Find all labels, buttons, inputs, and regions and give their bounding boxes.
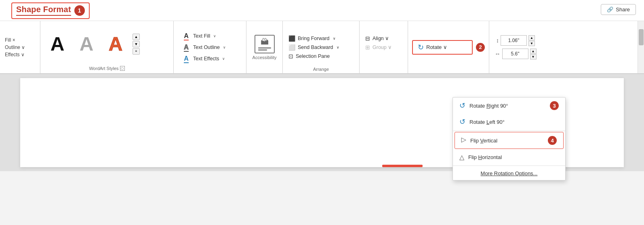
flip-vertical-item[interactable]: ◁ Flip Vertical 4	[455, 132, 564, 149]
align-icon: ⊟	[365, 35, 370, 42]
selection-pane-icon: ⊡	[288, 53, 293, 59]
height-row: ↕ ▲ ▼	[496, 35, 535, 46]
rotate-label: Rotate ∨	[426, 44, 447, 50]
text-outline-button[interactable]: A Text Outline ∨	[179, 42, 241, 53]
arrange-section: ⬛ Bring Forward ∨ ⬜ Send Backward ∨ ⊡ Se…	[283, 21, 360, 73]
text-styles-section: A Text Fill ∨ A Text Outline ∨ A Text Ef…	[174, 21, 246, 73]
effects-item[interactable]: Effects ∨	[5, 51, 37, 58]
selection-pane-button[interactable]: ⊡ Selection Pane	[286, 52, 356, 61]
wordart-styles-label: WordArt Styles	[89, 66, 118, 71]
ribbon-scrollbar[interactable]	[638, 21, 644, 73]
bring-forward-chevron: ∨	[333, 36, 336, 40]
rotate-left-icon: ↺	[459, 117, 465, 126]
rotate-icon: ↻	[418, 43, 424, 52]
text-effects-label: Text Effects	[193, 56, 219, 62]
alt-text-button[interactable]: 🏔	[255, 35, 275, 53]
height-down-arrow[interactable]: ▼	[528, 41, 535, 46]
rotate-left-label: Rotate Left 90°	[469, 119, 505, 125]
scroll-down-button[interactable]: ▼	[133, 41, 140, 47]
rotate-left-item[interactable]: ↺ Rotate Left 90°	[453, 114, 565, 130]
badge-3: 3	[550, 101, 559, 110]
wordart-letter-gray[interactable]: A	[73, 34, 100, 54]
fill-item[interactable]: Fill ×	[5, 36, 37, 44]
badge-1: 1	[74, 5, 85, 16]
width-arrows: ▲ ▼	[530, 49, 537, 59]
arrange-label: Arrange	[313, 67, 329, 72]
send-backward-button[interactable]: ⬜ Send Backward ∨	[286, 43, 356, 52]
rotate-dropdown-menu: ↻ Rotate Right 90° 3 ↺ Rotate Left 90° ◁…	[452, 97, 566, 180]
wordart-expand-icon[interactable]: ⬡	[120, 66, 125, 71]
width-down-arrow[interactable]: ▼	[530, 54, 537, 59]
flip-vertical-label: Flip Vertical	[470, 138, 497, 144]
rotate-right-label: Rotate Right 90°	[469, 103, 508, 109]
send-backward-icon: ⬜	[288, 44, 295, 51]
accessibility-label: Accessibility	[253, 55, 277, 60]
text-effects-button[interactable]: A Text Effects ∨	[179, 53, 241, 64]
width-input[interactable]	[502, 49, 528, 59]
wordart-letter-styled[interactable]: A	[102, 34, 129, 54]
text-effects-chevron: ∨	[222, 57, 225, 61]
scroll-expand-button[interactable]: ≡	[133, 48, 140, 55]
wordart-letter-black[interactable]: A	[44, 34, 71, 54]
height-arrows: ▲ ▼	[528, 35, 535, 46]
height-input[interactable]	[501, 35, 527, 46]
text-fill-label: Text Fill	[193, 33, 210, 39]
bring-forward-label: Bring Forward	[298, 36, 330, 41]
width-up-arrow[interactable]: ▲	[530, 49, 537, 54]
share-icon: 🔗	[607, 6, 613, 13]
flip-horizontal-icon: △	[459, 153, 464, 161]
selection-pane-label: Selection Pane	[296, 53, 330, 59]
bring-forward-button[interactable]: ⬛ Bring Forward ∨	[286, 34, 356, 43]
badge-4: 4	[548, 136, 557, 145]
wordart-styles-section: A A A ▲ ▼ ≡ WordArt Styles ⬡	[40, 21, 174, 73]
text-outline-icon: A	[182, 44, 191, 51]
height-icon: ↕	[496, 37, 499, 44]
text-outline-chevron: ∨	[223, 45, 226, 49]
share-label: Share	[616, 6, 630, 13]
scroll-up-button[interactable]: ▲	[133, 34, 140, 40]
outline-label: Outline ∨	[5, 45, 25, 50]
ribbon-container: Shape Format 1 🔗 Share Fill × Outline ∨ …	[0, 0, 644, 74]
flip-horizontal-label: Flip Horizontal	[468, 154, 502, 160]
more-rotation-label: More Rotation Options...	[481, 170, 538, 176]
group-button[interactable]: ⊞ Group ∨	[363, 43, 404, 52]
bring-forward-icon: ⬛	[288, 35, 295, 42]
size-section: ↕ ▲ ▼ ↔ ▲ ▼	[489, 21, 542, 73]
accessibility-section: 🏔 Accessibility	[246, 21, 283, 73]
align-button[interactable]: ⊟ Align ∨	[363, 34, 404, 43]
flip-vertical-icon: ◁	[461, 137, 466, 144]
effects-label: Effects ∨	[5, 52, 25, 57]
rotate-section: ↻ Rotate ∨ 2	[408, 21, 489, 73]
rotate-button[interactable]: ↻ Rotate ∨	[412, 40, 473, 55]
wordart-scroll-buttons: ▲ ▼ ≡	[133, 34, 140, 55]
text-outline-label: Text Outline	[193, 45, 220, 50]
share-button[interactable]: 🔗 Share	[601, 4, 636, 15]
send-backward-label: Send Backward	[298, 45, 333, 50]
align-group-section: ⊟ Align ∨ ⊞ Group ∨	[360, 21, 408, 73]
shape-format-box: Shape Format 1	[11, 2, 90, 19]
group-icon: ⊞	[365, 44, 370, 51]
outline-item[interactable]: Outline ∨	[5, 44, 37, 51]
text-fill-icon: A	[182, 32, 191, 40]
text-fill-chevron: ∨	[213, 34, 216, 38]
rotate-right-item[interactable]: ↻ Rotate Right 90° 3	[453, 98, 565, 114]
scroll-thumb	[639, 29, 644, 45]
flip-horizontal-item[interactable]: △ Flip Horizontal	[453, 150, 565, 165]
badge-2: 2	[476, 43, 485, 52]
send-backward-chevron: ∨	[337, 45, 339, 49]
group-label: Group ∨	[373, 44, 392, 50]
width-row: ↔ ▲ ▼	[495, 49, 537, 59]
dropdown-divider-2	[453, 166, 565, 166]
dropdown-divider-1	[453, 131, 565, 131]
fill-label: Fill ×	[5, 37, 15, 43]
shape-style-section: Fill × Outline ∨ Effects ∨	[0, 21, 40, 73]
width-icon: ↔	[495, 51, 501, 57]
text-effects-icon: A	[182, 55, 191, 62]
rotate-right-icon: ↻	[459, 101, 465, 110]
align-label: Align ∨	[373, 35, 389, 41]
text-fill-button[interactable]: A Text Fill ∨	[179, 31, 241, 41]
more-rotation-options[interactable]: More Rotation Options...	[453, 167, 565, 180]
height-up-arrow[interactable]: ▲	[528, 35, 535, 40]
shape-format-title: Shape Format	[16, 5, 71, 16]
